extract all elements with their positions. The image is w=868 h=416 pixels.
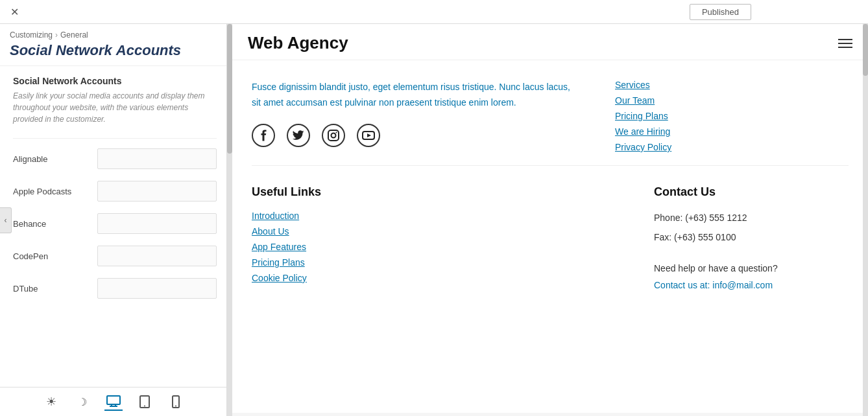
nav-link-services[interactable]: Services [615, 80, 745, 90]
useful-link-cookie-policy[interactable]: Cookie Policy [252, 273, 615, 283]
section-description: Easily link your social media accounts a… [13, 90, 217, 125]
preview-header: Web Agency [232, 24, 868, 60]
field-label-apple-podcasts: Apple Podcasts [13, 187, 97, 196]
published-button[interactable]: Published [690, 4, 751, 20]
field-input-behance[interactable] [97, 213, 217, 234]
preview-scrollbar-thumb [863, 24, 868, 76]
svg-point-7 [175, 406, 176, 407]
sidebar-bottom-toolbar: ☀ ☽ [0, 387, 226, 416]
light-mode-icon[interactable]: ☀ [42, 393, 60, 411]
nav-link-privacy-policy[interactable]: Privacy Policy [615, 142, 745, 152]
field-input-codepen[interactable] [97, 246, 217, 266]
footer-description: Fusce dignissim blandit justo, eget elem… [252, 80, 576, 111]
useful-link-about-us[interactable]: About Us [252, 226, 615, 237]
preview-scrollbar[interactable] [863, 24, 868, 416]
breadcrumb: Customizing › General [0, 24, 226, 41]
hamburger-menu[interactable] [838, 39, 852, 48]
sidebar-scrollbar-thumb [227, 24, 232, 154]
field-input-dtube[interactable] [97, 278, 217, 299]
tablet-view-icon[interactable] [136, 393, 154, 411]
top-bar: ✕ Published [0, 0, 868, 24]
contact-us-area: Contact Us Phone: (+63) 555 1212 Fax: (+… [654, 185, 849, 290]
useful-link-pricing-plans[interactable]: Pricing Plans [252, 257, 615, 268]
nav-link-we-are-hiring[interactable]: We are Hiring [615, 126, 745, 137]
field-row-dtube: DTube [13, 278, 217, 299]
dark-mode-icon[interactable]: ☽ [73, 393, 91, 411]
sidebar-divider [13, 138, 217, 139]
footer-nav-links-area: Services Our Team Pricing Plans We are H… [615, 80, 745, 152]
svg-rect-8 [328, 130, 339, 141]
main-layout: Customizing › General Social Network Acc… [0, 24, 868, 416]
sidebar-title: Social Network Accounts [0, 41, 226, 66]
footer-description-area: Fusce dignissim blandit justo, eget elem… [252, 80, 576, 152]
instagram-icon[interactable] [322, 124, 345, 147]
svg-point-5 [144, 406, 145, 407]
footer-nav-list: Services Our Team Pricing Plans We are H… [615, 80, 745, 152]
sidebar-scrollbar[interactable] [227, 24, 232, 416]
social-icons-row [252, 124, 576, 147]
nav-link-our-team[interactable]: Our Team [615, 95, 745, 106]
footer-bottom-section: Useful Links Introduction About Us App F… [232, 166, 868, 310]
contact-email: Contact us at: info@mail.com [654, 280, 849, 290]
field-row-alignable: Alignable [13, 148, 217, 169]
svg-rect-0 [107, 396, 120, 404]
field-input-alignable[interactable] [97, 148, 217, 169]
preview-area: Web Agency Fusce dignissim blandit justo… [232, 24, 868, 416]
contact-help: Need help or have a question? [654, 261, 849, 277]
field-label-alignable: Alignable [13, 154, 97, 164]
sidebar-scroll: Social Network Accounts Easily link your… [0, 66, 226, 387]
sidebar-collapse-button[interactable]: ‹ [0, 207, 12, 233]
useful-links-title: Useful Links [252, 185, 615, 199]
field-input-apple-podcasts[interactable] [97, 181, 217, 202]
twitter-icon[interactable] [287, 124, 310, 147]
facebook-icon[interactable] [252, 124, 275, 147]
contact-fax: Fax: (+63) 555 0100 [654, 230, 849, 246]
svg-marker-12 [367, 133, 371, 137]
svg-point-9 [332, 133, 336, 137]
mobile-view-icon[interactable] [167, 393, 185, 411]
close-button[interactable]: ✕ [6, 4, 22, 19]
sidebar: Customizing › General Social Network Acc… [0, 24, 227, 416]
useful-links-area: Useful Links Introduction About Us App F… [252, 185, 615, 290]
field-label-dtube: DTube [13, 284, 97, 294]
field-label-behance: Behance [13, 219, 97, 229]
field-row-apple-podcasts: Apple Podcasts [13, 181, 217, 202]
youtube-icon[interactable] [357, 124, 380, 147]
desktop-view-icon[interactable] [104, 393, 123, 411]
field-row-behance: Behance [13, 213, 217, 234]
breadcrumb-sub: General [60, 30, 88, 40]
site-title: Web Agency [248, 33, 348, 53]
contact-phone: Phone: (+63) 555 1212 [654, 211, 849, 226]
nav-link-pricing-plans[interactable]: Pricing Plans [615, 111, 745, 121]
svg-point-10 [336, 132, 337, 133]
preview-content: Web Agency Fusce dignissim blandit justo… [232, 24, 868, 413]
breadcrumb-arrow: › [55, 30, 58, 40]
section-title: Social Network Accounts [13, 76, 217, 86]
field-row-codepen: CodePen [13, 246, 217, 266]
breadcrumb-main: Customizing [10, 30, 53, 40]
field-label-codepen: CodePen [13, 251, 97, 261]
footer-top-section: Fusce dignissim blandit justo, eget elem… [232, 60, 868, 165]
useful-link-introduction[interactable]: Introduction [252, 211, 615, 221]
contact-title: Contact Us [654, 185, 849, 199]
useful-link-app-features[interactable]: App Features [252, 242, 615, 252]
